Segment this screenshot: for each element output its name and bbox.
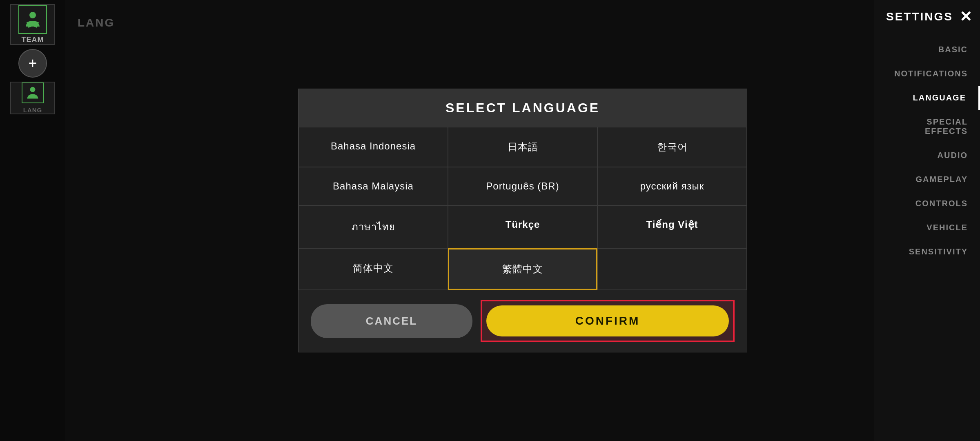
lang-bahasa-indonesia[interactable]: Bahasa Indonesia — [298, 127, 448, 167]
nav-gameplay[interactable]: GAMEPLAY — [874, 167, 980, 192]
lang-portuguese-br[interactable]: Português (BR) — [448, 167, 597, 205]
modal-overlay: SELECT LANGUAGE Bahasa Indonesia 日本語 한국어… — [65, 0, 980, 441]
settings-title: SETTINGS — [886, 10, 953, 23]
svg-point-3 — [30, 87, 36, 92]
lang-korean[interactable]: 한국어 — [597, 127, 747, 167]
nav-notifications[interactable]: NOTIFICATIONS — [874, 62, 980, 86]
team-icon-box: TEAM — [10, 4, 55, 45]
nav-sensitivity[interactable]: SENSITIVITY — [874, 240, 980, 264]
modal-title: SELECT LANGUAGE — [298, 100, 747, 116]
nav-special-effects[interactable]: SPECIAL EFFECTS — [874, 110, 980, 143]
close-icon[interactable]: ✕ — [960, 8, 972, 25]
settings-nav: BASIC NOTIFICATIONS LANGUAGE SPECIAL EFF… — [874, 38, 980, 264]
nav-language[interactable]: LANGUAGE — [874, 86, 980, 110]
nav-basic[interactable]: BASIC — [874, 38, 980, 62]
lang-bahasa-malaysia[interactable]: Bahasa Malaysia — [298, 167, 448, 205]
lang-russian[interactable]: русский язык — [597, 167, 747, 205]
lang-traditional-chinese[interactable]: 繁體中文 — [448, 248, 597, 290]
right-sidebar: SETTINGS ✕ BASIC NOTIFICATIONS LANGUAGE … — [874, 0, 980, 441]
add-player-button[interactable]: + — [18, 49, 47, 78]
second-player-box: LANG — [10, 82, 55, 114]
svg-point-0 — [29, 12, 36, 18]
left-sidebar: TEAM + LANG — [0, 0, 65, 441]
lang-japanese[interactable]: 日本語 — [448, 127, 597, 167]
language-grid: Bahasa Indonesia 日本語 한국어 Bahasa Malaysia… — [298, 127, 747, 290]
player-icon-1 — [18, 5, 47, 34]
cancel-button[interactable]: CANCEL — [311, 304, 472, 338]
lang-empty — [597, 248, 747, 290]
player-icon-2 — [22, 82, 44, 103]
main-content: LANG SELECT LANGUAGE Bahasa Indonesia 日本… — [65, 0, 915, 441]
nav-vehicle[interactable]: VEHICLE — [874, 216, 980, 240]
modal-body: Bahasa Indonesia 日本語 한국어 Bahasa Malaysia… — [298, 127, 747, 290]
modal-header: SELECT LANGUAGE — [298, 89, 747, 127]
nav-controls[interactable]: CONTROLS — [874, 192, 980, 216]
language-modal: SELECT LANGUAGE Bahasa Indonesia 日本語 한국어… — [298, 89, 747, 352]
team-label: TEAM — [22, 36, 44, 44]
confirm-button[interactable]: CONFIRM — [486, 305, 729, 336]
lang-vietnamese[interactable]: Tiếng Việt — [597, 205, 747, 248]
nav-audio[interactable]: AUDIO — [874, 143, 980, 167]
settings-header: SETTINGS ✕ — [874, 4, 980, 29]
confirm-highlight: CONFIRM — [481, 300, 735, 342]
modal-footer: CANCEL CONFIRM — [298, 290, 747, 352]
lang-turkish[interactable]: Türkçe — [448, 205, 597, 248]
lang-thai[interactable]: ภาษาไทย — [298, 205, 448, 248]
lang-simplified-chinese[interactable]: 简体中文 — [298, 248, 448, 290]
lang-label-2: LANG — [23, 107, 42, 114]
